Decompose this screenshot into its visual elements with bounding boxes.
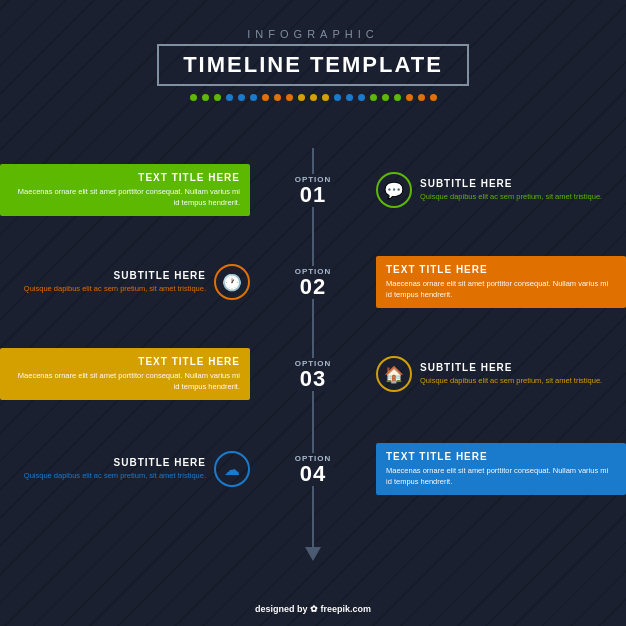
dot [418,94,425,101]
subtitle-heading: SUBTITLE HERE [420,178,602,189]
box-body: Maecenas ornare elit sit amet porttitor … [386,279,616,300]
timeline-row: TEXT TITLE HEREMaecenas ornare elit sit … [0,348,626,400]
subtitle-body: Quisque dapibus elit ac sem pretium, sit… [420,376,602,387]
text-box-left: TEXT TITLE HEREMaecenas ornare elit sit … [0,164,250,216]
timeline-icon-right: 🏠 [376,356,412,392]
box-body: Maecenas ornare elit sit amet porttitor … [10,371,240,392]
dot [214,94,221,101]
dot [190,94,197,101]
option-number: 01 [295,184,332,206]
footer: designed by ✿ freepik.com [0,604,626,614]
dot [334,94,341,101]
left-content: SUBTITLE HEREQuisque dapibus elit ac sem… [0,264,260,300]
title-box: TIMELINE TEMPLATE [157,44,469,86]
box-body: Maecenas ornare elit sit amet porttitor … [10,187,240,208]
timeline-row: TEXT TITLE HEREMaecenas ornare elit sit … [0,164,626,216]
dot [322,94,329,101]
dot [298,94,305,101]
dot [226,94,233,101]
box-title: TEXT TITLE HERE [10,172,240,183]
left-content: TEXT TITLE HEREMaecenas ornare elit sit … [0,164,260,216]
center-option: OPTION01 [260,174,366,207]
subtitle-block-right: SUBTITLE HEREQuisque dapibus elit ac sem… [420,178,602,203]
right-content: 💬SUBTITLE HEREQuisque dapibus elit ac se… [366,172,626,208]
text-box-right: TEXT TITLE HEREMaecenas ornare elit sit … [376,443,626,495]
timeline-icon-left: 🕐 [214,264,250,300]
dot [394,94,401,101]
subtitle-block-right: SUBTITLE HEREQuisque dapibus elit ac sem… [420,362,602,387]
subtitle-body: Quisque dapibus elit ac sem pretium, sit… [24,284,206,295]
subtitle-block-left: SUBTITLE HEREQuisque dapibus elit ac sem… [24,270,206,295]
subtitle-heading: SUBTITLE HERE [420,362,602,373]
timeline-icon-right: 💬 [376,172,412,208]
option-label: OPTION01 [293,174,334,207]
dot [310,94,317,101]
right-content: 🏠SUBTITLE HEREQuisque dapibus elit ac se… [366,356,626,392]
timeline-row: SUBTITLE HEREQuisque dapibus elit ac sem… [0,443,626,495]
option-number: 04 [295,463,332,485]
subtitle-body: Quisque dapibus elit ac sem pretium, sit… [24,471,206,482]
option-label: OPTION02 [293,266,334,299]
center-option: OPTION04 [260,453,366,486]
center-option: OPTION03 [260,358,366,391]
right-content: TEXT TITLE HEREMaecenas ornare elit sit … [366,256,626,308]
text-box-left: TEXT TITLE HEREMaecenas ornare elit sit … [0,348,250,400]
dot [406,94,413,101]
dot [250,94,257,101]
left-content: SUBTITLE HEREQuisque dapibus elit ac sem… [0,451,260,487]
dot [202,94,209,101]
subtitle-heading: SUBTITLE HERE [24,457,206,468]
box-title: TEXT TITLE HERE [386,264,616,275]
dot-row [0,94,626,101]
infographic-label: INFOGRAPHIC [0,28,626,40]
dot [382,94,389,101]
main-title: TIMELINE TEMPLATE [183,52,443,78]
dot [286,94,293,101]
timeline-icon-left: ☁ [214,451,250,487]
center-option: OPTION02 [260,266,366,299]
dot [346,94,353,101]
right-content: TEXT TITLE HEREMaecenas ornare elit sit … [366,443,626,495]
subtitle-block-left: SUBTITLE HEREQuisque dapibus elit ac sem… [24,457,206,482]
option-number: 03 [295,368,332,390]
option-number: 02 [295,276,332,298]
page-container: INFOGRAPHIC TIMELINE TEMPLATE TEXT TITLE… [0,0,626,626]
dot [262,94,269,101]
dot [358,94,365,101]
timeline-arrow [305,547,321,561]
footer-text: designed by ✿ freepik.com [255,604,371,614]
dot [274,94,281,101]
timeline-row: SUBTITLE HEREQuisque dapibus elit ac sem… [0,256,626,308]
dot [238,94,245,101]
header: INFOGRAPHIC TIMELINE TEMPLATE [0,0,626,101]
option-label: OPTION04 [293,453,334,486]
box-body: Maecenas ornare elit sit amet porttitor … [386,466,616,487]
box-title: TEXT TITLE HERE [386,451,616,462]
subtitle-heading: SUBTITLE HERE [24,270,206,281]
box-title: TEXT TITLE HERE [10,356,240,367]
dot [430,94,437,101]
left-content: TEXT TITLE HEREMaecenas ornare elit sit … [0,348,260,400]
subtitle-body: Quisque dapibus elit ac sem pretium, sit… [420,192,602,203]
dot [370,94,377,101]
option-label: OPTION03 [293,358,334,391]
text-box-right: TEXT TITLE HEREMaecenas ornare elit sit … [376,256,626,308]
